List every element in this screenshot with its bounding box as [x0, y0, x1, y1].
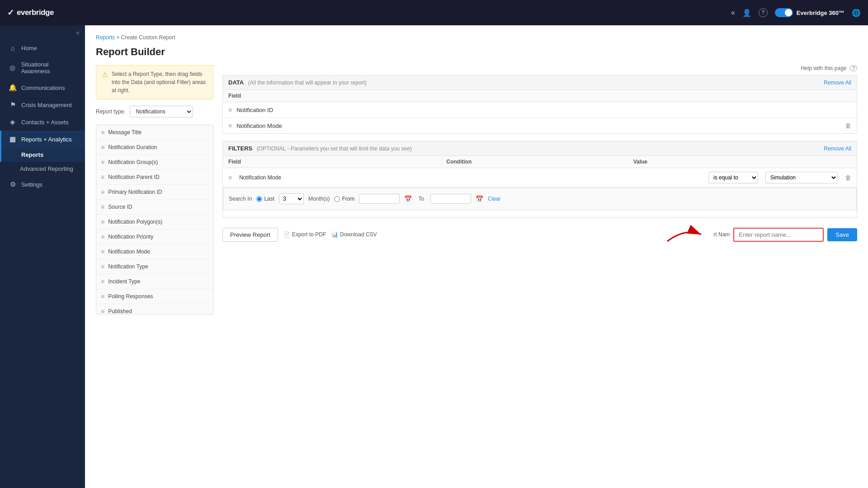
- field-item-notification-parent-id[interactable]: ≡ Notification Parent ID: [96, 170, 213, 185]
- sidebar-item-home-label: Home: [21, 45, 37, 52]
- user-icon[interactable]: 👤: [742, 9, 751, 17]
- field-item-primary-notification-id[interactable]: ≡ Primary Notification ID: [96, 185, 213, 200]
- report-type-select[interactable]: Notifications Contacts Assets Incidents: [130, 106, 193, 117]
- radio-from-group: From: [334, 196, 354, 202]
- help-question-icon: ?: [850, 65, 857, 71]
- help-text[interactable]: Help with this page ?: [801, 65, 857, 71]
- field-label: Primary Notification ID: [108, 189, 162, 195]
- field-label: Source ID: [108, 204, 132, 210]
- report-type-label: Report type:: [96, 108, 125, 115]
- topbar: ✓ everbridge « 👤 ? Everbridge 360™ 🌐: [0, 0, 868, 25]
- export-label: Export to PDF: [292, 231, 326, 238]
- filter-delete-btn[interactable]: 🗑: [845, 174, 851, 181]
- drag-handle-icon: ≡: [101, 263, 104, 270]
- brand-label: Everbridge 360™: [797, 9, 844, 16]
- info-message: Select a Report Type, then drag fields i…: [112, 70, 208, 94]
- filter-value-select[interactable]: Simulation Live Test: [765, 172, 838, 183]
- topbar-right: « 👤 ? Everbridge 360™ 🌐: [731, 8, 861, 17]
- to-label: To: [418, 196, 424, 202]
- report-name-input[interactable]: [733, 228, 824, 242]
- drag-handle-icon: ≡: [101, 218, 104, 225]
- breadcrumb: Reports > Create Custom Report: [96, 34, 857, 41]
- mode-toggle[interactable]: Everbridge 360™: [775, 8, 844, 17]
- sidebar-item-settings-label: Settings: [21, 181, 42, 188]
- sidebar-item-crisis-management[interactable]: ⚑ Crisis Management: [0, 96, 85, 113]
- delete-row-btn[interactable]: 🗑: [845, 122, 851, 129]
- collapse-icon[interactable]: «: [731, 9, 735, 17]
- drag-handle-icon: ≡: [101, 278, 104, 285]
- field-item-notification-priority[interactable]: ≡ Notification Priority: [96, 230, 213, 244]
- preview-report-btn[interactable]: Preview Report: [222, 228, 278, 242]
- sidebar-sub-item-reports-label: Reports: [21, 151, 43, 158]
- to-calendar-icon[interactable]: 📅: [476, 195, 483, 202]
- logo-check-icon: ✓: [7, 8, 14, 18]
- drag-handle-icon: ≡: [101, 188, 104, 196]
- field-item-notification-duration[interactable]: ≡ Notification Duration: [96, 140, 213, 155]
- left-panel: ⚠ Select a Report Type, then drag fields…: [96, 65, 213, 314]
- export-to-pdf-btn[interactable]: 📄 Export to PDF: [283, 231, 326, 238]
- field-item-message-title[interactable]: ≡ Message Title: [96, 125, 213, 140]
- field-item-notification-mode[interactable]: ≡ Notification Mode: [96, 244, 213, 259]
- drag-handle-icon: ≡: [101, 129, 104, 136]
- help-icon[interactable]: ?: [759, 8, 768, 17]
- radio-last-label: Last: [264, 196, 274, 202]
- field-label: Notification Parent ID: [108, 174, 159, 180]
- field-label: Notification Priority: [108, 234, 153, 240]
- sidebar-collapse-btn[interactable]: «: [0, 25, 85, 40]
- breadcrumb-parent[interactable]: Reports: [96, 34, 115, 41]
- field-label: Polling Responses: [108, 293, 153, 300]
- field-item-source-id[interactable]: ≡ Source ID: [96, 200, 213, 215]
- sidebar-item-situational-awareness[interactable]: ◎ Situational Awareness: [0, 56, 85, 79]
- sidebar-item-settings[interactable]: ⚙ Settings: [0, 176, 85, 193]
- drag-handle-icon: ≡: [101, 159, 104, 166]
- field-label: Notification Group(s): [108, 159, 158, 165]
- sidebar-sub-item-reports[interactable]: Reports: [0, 148, 85, 162]
- report-name-label: rt Nam: [713, 231, 730, 238]
- drag-handle-icon: ≡: [101, 293, 104, 300]
- field-item-published[interactable]: ≡ Published: [96, 304, 213, 314]
- sidebar-item-home[interactable]: ⌂ Home: [0, 40, 85, 56]
- download-csv-btn[interactable]: 📊 Download CSV: [331, 231, 377, 238]
- sidebar-item-crisis-management-label: Crisis Management: [21, 102, 72, 108]
- field-item-notification-polygon[interactable]: ≡ Notification Polygon(s): [96, 215, 213, 230]
- main-content-area: Reports > Create Custom Report Report Bu…: [85, 25, 868, 488]
- radio-last[interactable]: [256, 196, 262, 202]
- data-col-headers: Field: [223, 90, 857, 102]
- filter-row-1: ≡ Notification Mode is equal to is not e…: [223, 168, 857, 188]
- last-months-select[interactable]: 1 2 3 6 12: [279, 193, 304, 204]
- drag-handle-icon: ≡: [101, 203, 104, 211]
- clear-btn[interactable]: Clear: [488, 196, 501, 202]
- filter-condition-select[interactable]: is equal to is not equal to contains: [708, 172, 758, 183]
- field-item-notification-groups[interactable]: ≡ Notification Group(s): [96, 155, 213, 170]
- sidebar-sub-item-advanced-reporting[interactable]: Advanced Reporting: [0, 162, 85, 176]
- contacts-assets-icon: ◈: [9, 118, 17, 126]
- sidebar-item-reports-analytics[interactable]: ▦ Reports + Analytics: [0, 131, 85, 148]
- globe-icon[interactable]: 🌐: [852, 9, 861, 17]
- save-btn[interactable]: Save: [827, 228, 857, 241]
- data-section-header: DATA (All the information that will appe…: [223, 75, 857, 90]
- field-item-notification-type[interactable]: ≡ Notification Type: [96, 259, 213, 274]
- field-item-incident-type[interactable]: ≡ Incident Type: [96, 274, 213, 289]
- breadcrumb-separator: >: [116, 34, 121, 41]
- filters-remove-all-btn[interactable]: Remove All: [824, 145, 851, 152]
- toggle-switch[interactable]: [775, 8, 793, 17]
- filter-field-notif-mode: Notification Mode: [239, 174, 705, 181]
- from-date-input[interactable]: [359, 194, 400, 204]
- from-calendar-icon[interactable]: 📅: [404, 195, 412, 202]
- field-label: Notification Type: [108, 263, 148, 270]
- filters-title: FILTERS (OPTIONAL - Parameters you set t…: [228, 145, 412, 152]
- drag-handle-icon: ≡: [228, 122, 232, 129]
- field-item-polling-responses[interactable]: ≡ Polling Responses: [96, 289, 213, 304]
- data-remove-all-btn[interactable]: Remove All: [824, 80, 851, 86]
- sidebar-sub-item-advanced-reporting-label: Advanced Reporting: [20, 165, 73, 172]
- sidebar-item-communications[interactable]: 🔔 Communications: [0, 79, 85, 96]
- data-row-notif-id: ≡ Notification ID: [223, 102, 857, 118]
- drag-handle-icon: ≡: [101, 174, 104, 181]
- search-in-label: Search In: [229, 196, 252, 202]
- filter-drag-handle-icon: ≡: [228, 174, 232, 181]
- sidebar-item-contacts-assets[interactable]: ◈ Contacts + Assets: [0, 113, 85, 131]
- sidebar-item-situational-awareness-label: Situational Awareness: [21, 61, 78, 75]
- to-date-input[interactable]: [430, 194, 471, 204]
- filters-col-field: Field: [228, 159, 446, 165]
- radio-from[interactable]: [334, 196, 340, 202]
